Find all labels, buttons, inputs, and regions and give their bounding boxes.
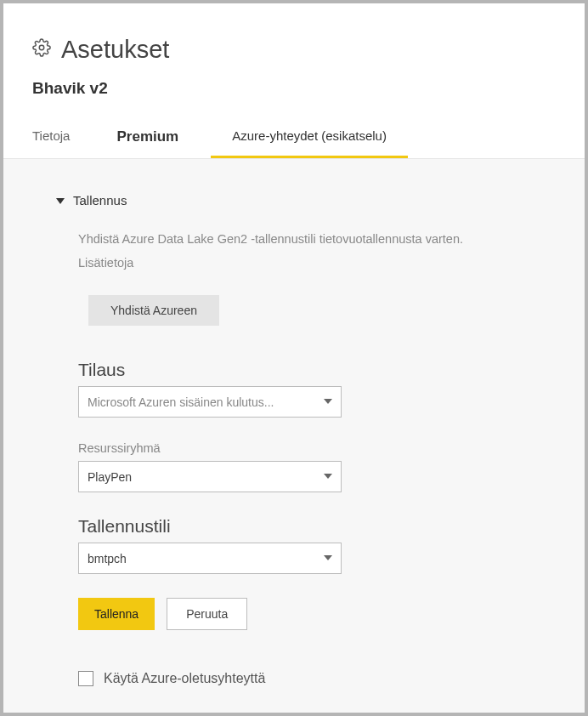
svg-point-0 bbox=[39, 45, 44, 50]
storage-section-header[interactable]: Tallennus bbox=[56, 193, 559, 207]
connect-azure-button[interactable]: Yhdistä Azureen bbox=[88, 295, 219, 326]
chevron-down-icon bbox=[324, 474, 332, 479]
chevron-down-icon bbox=[324, 555, 332, 560]
storage-description: Yhdistä Azure Data Lake Gen2 -tallennust… bbox=[78, 228, 503, 275]
subscription-label: Tilaus bbox=[78, 360, 342, 380]
subscription-select[interactable]: Microsoft Azuren sisäinen kulutus... bbox=[78, 386, 342, 418]
resource-group-select[interactable]: PlayPen bbox=[78, 461, 342, 492]
tab-premium[interactable]: Premium bbox=[91, 116, 211, 158]
page-title: Asetukset bbox=[61, 36, 169, 64]
storage-account-label: Tallennustili bbox=[78, 516, 342, 537]
storage-section-title: Tallennus bbox=[73, 193, 127, 207]
use-default-label: Käytä Azure-oletusyhteyttä bbox=[104, 671, 265, 686]
use-default-checkbox[interactable] bbox=[78, 671, 93, 686]
save-button[interactable]: Tallenna bbox=[78, 598, 155, 630]
tab-azure-connections[interactable]: Azure-yhteydet (esikatselu) bbox=[211, 116, 408, 158]
caret-down-icon bbox=[56, 198, 65, 204]
storage-account-value: bmtpch bbox=[88, 552, 127, 565]
tab-bar: Tietoja Premium Azure-yhteydet (esikatse… bbox=[3, 116, 585, 159]
tab-info[interactable]: Tietoja bbox=[32, 116, 91, 158]
chevron-down-icon bbox=[324, 399, 332, 404]
workspace-name: Bhavik v2 bbox=[32, 79, 556, 98]
gear-icon bbox=[32, 38, 51, 62]
storage-account-select[interactable]: bmtpch bbox=[78, 543, 342, 574]
resource-group-value: PlayPen bbox=[88, 470, 132, 484]
cancel-button[interactable]: Peruuta bbox=[167, 598, 247, 630]
resource-group-label: Resurssiryhmä bbox=[78, 441, 342, 455]
subscription-value: Microsoft Azuren sisäinen kulutus... bbox=[88, 395, 274, 409]
